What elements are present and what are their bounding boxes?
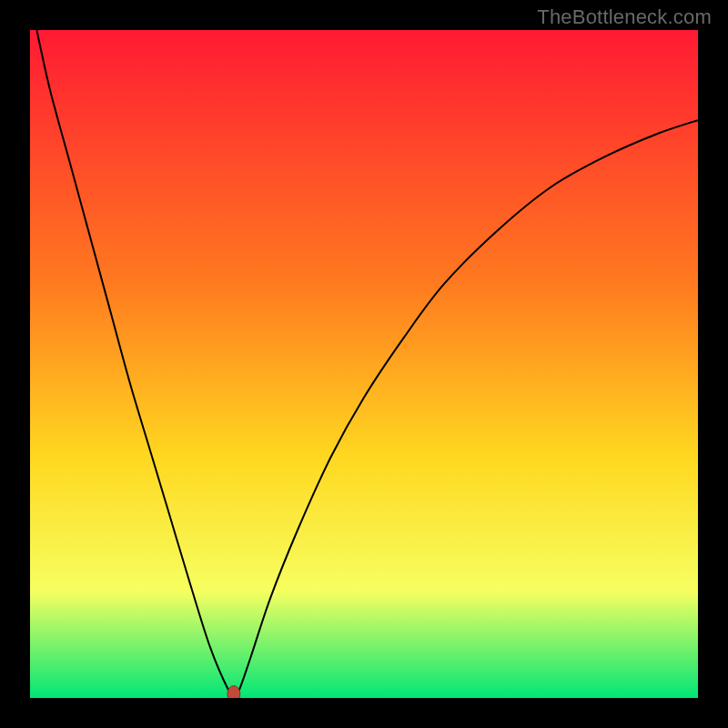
plot-area [30,30,698,698]
chart-svg [30,30,698,698]
optimum-marker [228,686,240,698]
gradient-background [30,30,698,698]
chart-frame: TheBottleneck.com [0,0,728,728]
watermark-text: TheBottleneck.com [537,5,712,29]
